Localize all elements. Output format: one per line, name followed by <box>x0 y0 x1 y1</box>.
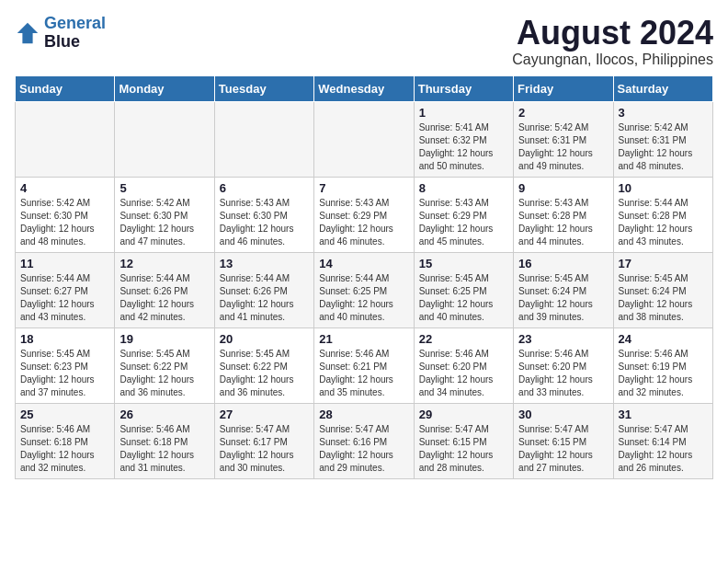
day-cell <box>115 101 214 177</box>
day-cell: 27Sunrise: 5:47 AMSunset: 6:17 PMDayligh… <box>214 403 313 478</box>
day-cell: 13Sunrise: 5:44 AMSunset: 6:26 PMDayligh… <box>214 252 313 327</box>
day-number: 14 <box>319 257 408 270</box>
weekday-header-sunday: Sunday <box>16 75 115 101</box>
day-number: 7 <box>319 181 408 195</box>
svg-marker-0 <box>17 23 38 43</box>
day-number: 17 <box>619 257 708 270</box>
day-info: Sunrise: 5:45 AMSunset: 6:25 PMDaylight:… <box>419 272 508 324</box>
day-number: 24 <box>619 332 708 346</box>
week-row-2: 4Sunrise: 5:42 AMSunset: 6:30 PMDaylight… <box>16 177 713 252</box>
day-cell: 4Sunrise: 5:42 AMSunset: 6:30 PMDaylight… <box>16 177 115 252</box>
day-info: Sunrise: 5:42 AMSunset: 6:30 PMDaylight:… <box>20 197 109 248</box>
weekday-header-monday: Monday <box>115 75 214 101</box>
day-info: Sunrise: 5:44 AMSunset: 6:28 PMDaylight:… <box>619 197 708 248</box>
day-cell: 12Sunrise: 5:44 AMSunset: 6:26 PMDayligh… <box>115 252 214 327</box>
day-info: Sunrise: 5:46 AMSunset: 6:20 PMDaylight:… <box>518 348 608 399</box>
day-number: 30 <box>518 408 608 421</box>
day-info: Sunrise: 5:44 AMSunset: 6:27 PMDaylight:… <box>20 272 109 324</box>
day-info: Sunrise: 5:42 AMSunset: 6:31 PMDaylight:… <box>619 121 708 173</box>
day-info: Sunrise: 5:42 AMSunset: 6:31 PMDaylight:… <box>518 121 608 173</box>
logo-icon <box>15 20 40 46</box>
day-cell <box>16 101 115 177</box>
day-number: 9 <box>518 181 608 195</box>
day-cell: 14Sunrise: 5:44 AMSunset: 6:25 PMDayligh… <box>314 252 414 327</box>
day-number: 2 <box>518 106 608 120</box>
day-info: Sunrise: 5:43 AMSunset: 6:28 PMDaylight:… <box>518 197 608 248</box>
day-number: 4 <box>20 181 109 195</box>
day-info: Sunrise: 5:45 AMSunset: 6:24 PMDaylight:… <box>518 272 608 324</box>
day-number: 16 <box>518 257 608 270</box>
day-info: Sunrise: 5:44 AMSunset: 6:25 PMDaylight:… <box>319 272 408 324</box>
logo-line1: General <box>44 14 106 32</box>
day-cell: 18Sunrise: 5:45 AMSunset: 6:23 PMDayligh… <box>16 327 115 403</box>
logo-line2: Blue <box>44 33 106 52</box>
day-cell: 15Sunrise: 5:45 AMSunset: 6:25 PMDayligh… <box>414 252 513 327</box>
day-number: 21 <box>319 332 408 346</box>
day-cell: 11Sunrise: 5:44 AMSunset: 6:27 PMDayligh… <box>16 252 115 327</box>
day-cell: 24Sunrise: 5:46 AMSunset: 6:19 PMDayligh… <box>613 327 712 403</box>
day-info: Sunrise: 5:46 AMSunset: 6:18 PMDaylight:… <box>20 423 109 475</box>
day-cell: 1Sunrise: 5:41 AMSunset: 6:32 PMDaylight… <box>414 101 513 177</box>
day-info: Sunrise: 5:46 AMSunset: 6:20 PMDaylight:… <box>419 348 508 399</box>
day-cell: 28Sunrise: 5:47 AMSunset: 6:16 PMDayligh… <box>314 403 414 478</box>
day-info: Sunrise: 5:47 AMSunset: 6:15 PMDaylight:… <box>419 423 508 475</box>
weekday-header-wednesday: Wednesday <box>314 75 414 101</box>
day-number: 25 <box>20 408 109 421</box>
day-cell: 20Sunrise: 5:45 AMSunset: 6:22 PMDayligh… <box>214 327 313 403</box>
day-info: Sunrise: 5:46 AMSunset: 6:21 PMDaylight:… <box>319 348 408 399</box>
day-cell: 22Sunrise: 5:46 AMSunset: 6:20 PMDayligh… <box>414 327 513 403</box>
weekday-header-friday: Friday <box>514 75 613 101</box>
day-cell <box>314 101 414 177</box>
day-number: 10 <box>619 181 708 195</box>
day-cell: 8Sunrise: 5:43 AMSunset: 6:29 PMDaylight… <box>414 177 513 252</box>
day-info: Sunrise: 5:45 AMSunset: 6:22 PMDaylight:… <box>220 348 309 399</box>
weekday-header-thursday: Thursday <box>414 75 513 101</box>
title-area: August 2024 Cayungnan, Ilocos, Philippin… <box>512 15 713 68</box>
week-row-4: 18Sunrise: 5:45 AMSunset: 6:23 PMDayligh… <box>16 327 713 403</box>
day-number: 12 <box>119 257 209 270</box>
day-number: 18 <box>20 332 109 346</box>
day-info: Sunrise: 5:41 AMSunset: 6:32 PMDaylight:… <box>419 121 508 173</box>
day-number: 29 <box>419 408 508 421</box>
day-info: Sunrise: 5:44 AMSunset: 6:26 PMDaylight:… <box>220 272 309 324</box>
logo-text: General Blue <box>44 15 106 52</box>
day-number: 26 <box>119 408 209 421</box>
day-cell: 26Sunrise: 5:46 AMSunset: 6:18 PMDayligh… <box>115 403 214 478</box>
day-cell: 30Sunrise: 5:47 AMSunset: 6:15 PMDayligh… <box>514 403 613 478</box>
day-info: Sunrise: 5:43 AMSunset: 6:29 PMDaylight:… <box>319 197 408 248</box>
day-info: Sunrise: 5:43 AMSunset: 6:29 PMDaylight:… <box>419 197 508 248</box>
day-cell: 9Sunrise: 5:43 AMSunset: 6:28 PMDaylight… <box>514 177 613 252</box>
day-number: 23 <box>518 332 608 346</box>
day-number: 19 <box>119 332 209 346</box>
day-info: Sunrise: 5:42 AMSunset: 6:30 PMDaylight:… <box>119 197 209 248</box>
day-cell: 2Sunrise: 5:42 AMSunset: 6:31 PMDaylight… <box>514 101 613 177</box>
weekday-header-tuesday: Tuesday <box>214 75 313 101</box>
weekday-header-row: SundayMondayTuesdayWednesdayThursdayFrid… <box>16 75 713 101</box>
day-number: 27 <box>220 408 309 421</box>
day-info: Sunrise: 5:45 AMSunset: 6:23 PMDaylight:… <box>20 348 109 399</box>
day-number: 22 <box>419 332 508 346</box>
day-number: 31 <box>619 408 708 421</box>
day-cell: 31Sunrise: 5:47 AMSunset: 6:14 PMDayligh… <box>613 403 712 478</box>
day-cell: 3Sunrise: 5:42 AMSunset: 6:31 PMDaylight… <box>613 101 712 177</box>
week-row-1: 1Sunrise: 5:41 AMSunset: 6:32 PMDaylight… <box>16 101 713 177</box>
day-number: 15 <box>419 257 508 270</box>
week-row-5: 25Sunrise: 5:46 AMSunset: 6:18 PMDayligh… <box>16 403 713 478</box>
day-cell: 10Sunrise: 5:44 AMSunset: 6:28 PMDayligh… <box>613 177 712 252</box>
day-info: Sunrise: 5:47 AMSunset: 6:17 PMDaylight:… <box>220 423 309 475</box>
day-number: 13 <box>220 257 309 270</box>
day-number: 11 <box>20 257 109 270</box>
day-cell: 25Sunrise: 5:46 AMSunset: 6:18 PMDayligh… <box>16 403 115 478</box>
day-info: Sunrise: 5:45 AMSunset: 6:22 PMDaylight:… <box>119 348 209 399</box>
day-info: Sunrise: 5:47 AMSunset: 6:16 PMDaylight:… <box>319 423 408 475</box>
day-cell: 29Sunrise: 5:47 AMSunset: 6:15 PMDayligh… <box>414 403 513 478</box>
day-info: Sunrise: 5:44 AMSunset: 6:26 PMDaylight:… <box>119 272 209 324</box>
day-info: Sunrise: 5:43 AMSunset: 6:30 PMDaylight:… <box>220 197 309 248</box>
day-cell: 6Sunrise: 5:43 AMSunset: 6:30 PMDaylight… <box>214 177 313 252</box>
logo: General Blue <box>15 15 106 52</box>
day-number: 1 <box>419 106 508 120</box>
day-cell <box>214 101 313 177</box>
day-number: 20 <box>220 332 309 346</box>
day-cell: 7Sunrise: 5:43 AMSunset: 6:29 PMDaylight… <box>314 177 414 252</box>
day-cell: 21Sunrise: 5:46 AMSunset: 6:21 PMDayligh… <box>314 327 414 403</box>
